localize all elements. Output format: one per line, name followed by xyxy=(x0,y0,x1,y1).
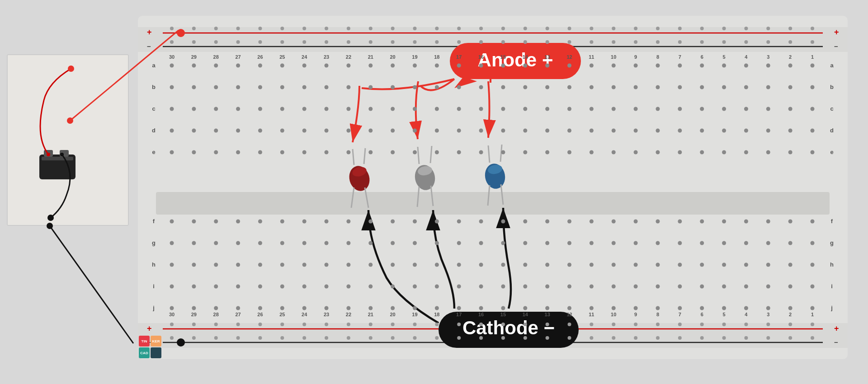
svg-point-51 xyxy=(177,29,185,37)
svg-point-7 xyxy=(47,153,50,156)
svg-text:Cathode −: Cathode − xyxy=(462,317,555,338)
svg-text:−: − xyxy=(834,42,838,50)
svg-rect-0 xyxy=(8,55,129,226)
svg-point-5 xyxy=(68,66,74,72)
logo-cad: CAD xyxy=(139,347,150,358)
tinkercad-logo: TIN KER CAD xyxy=(139,336,161,358)
svg-point-6 xyxy=(47,215,54,221)
svg-text:+: + xyxy=(834,324,839,333)
svg-text:−: − xyxy=(147,42,151,50)
logo-tin: TIN xyxy=(139,336,150,347)
svg-text:+: + xyxy=(834,28,839,37)
svg-text:−: − xyxy=(834,338,838,346)
svg-rect-24 xyxy=(156,192,830,215)
logo-ker: KER xyxy=(151,336,161,347)
logo-blank xyxy=(151,347,161,358)
breadboard-container: + + − − + + − − // Will be drawn inline xyxy=(133,11,852,364)
svg-point-52 xyxy=(177,338,185,347)
battery-panel xyxy=(7,54,129,226)
svg-point-8 xyxy=(60,153,64,156)
svg-rect-4 xyxy=(42,157,73,160)
svg-text:+: + xyxy=(147,324,152,333)
svg-text:+: + xyxy=(147,28,152,37)
svg-text:Anode +: Anode + xyxy=(478,49,553,70)
